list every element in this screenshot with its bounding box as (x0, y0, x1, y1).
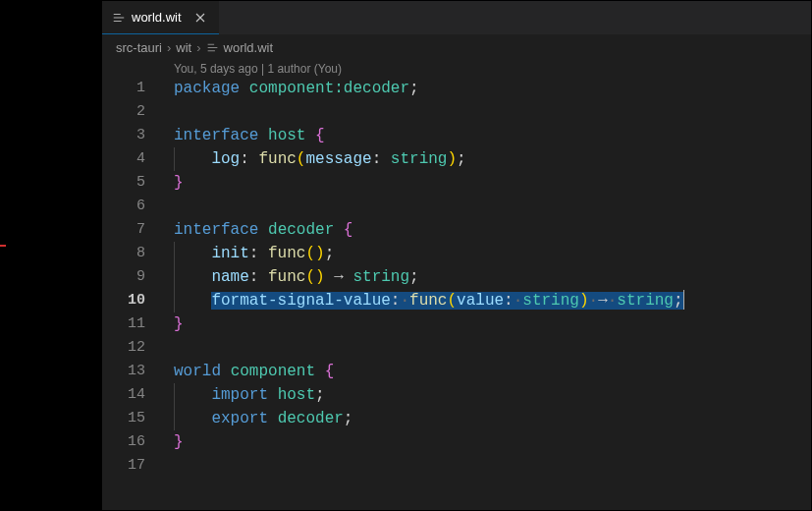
tab-label: world.wit (132, 10, 182, 25)
tab-world-wit[interactable]: world.wit (102, 1, 219, 34)
line-number: 15 (102, 407, 145, 430)
code-line[interactable]: format-signal-value:·func(value:·string)… (163, 289, 811, 312)
tab-bar: world.wit (102, 1, 811, 35)
code-line[interactable]: interface host { (163, 124, 811, 147)
line-number: 2 (102, 100, 145, 124)
text-cursor (683, 290, 684, 310)
code-lens[interactable]: You, 5 days ago | 1 author (You) (102, 59, 811, 77)
code-line[interactable]: import host; (163, 383, 811, 407)
file-icon (206, 41, 219, 54)
code-line[interactable]: export decoder; (163, 407, 811, 430)
line-number: 13 (102, 360, 145, 383)
breadcrumb-item[interactable]: wit (176, 40, 191, 55)
code-line[interactable]: package component:decoder; (163, 77, 811, 100)
close-icon[interactable] (191, 9, 209, 27)
line-number: 8 (102, 242, 145, 265)
code-line[interactable]: interface decoder { (163, 218, 811, 242)
line-number: 11 (102, 312, 145, 336)
line-number: 10 (102, 289, 145, 312)
line-number: 12 (102, 336, 145, 360)
line-number: 4 (102, 147, 145, 171)
line-number: 1 (102, 77, 145, 100)
file-icon (112, 11, 126, 25)
chevron-right-icon: › (166, 40, 172, 55)
line-number: 7 (102, 218, 145, 242)
line-number: 16 (102, 430, 145, 454)
line-number-gutter: 1 2 3 4 5 6 7 8 9 10 11 12 13 14 15 16 1… (102, 77, 163, 510)
code-content[interactable]: package component:decoder; interface hos… (163, 77, 811, 510)
code-line[interactable]: name: func() → string; (163, 265, 811, 289)
code-line[interactable] (163, 336, 811, 360)
red-marker (0, 245, 6, 247)
editor-pane: world.wit src-tauri › wit › world.wit Yo… (101, 0, 812, 511)
code-line[interactable] (163, 195, 811, 218)
line-number: 6 (102, 195, 145, 218)
line-number: 3 (102, 124, 145, 147)
breadcrumb-item[interactable]: src-tauri (116, 40, 162, 55)
code-line[interactable]: } (163, 312, 811, 336)
code-line[interactable]: } (163, 171, 811, 195)
line-number: 14 (102, 383, 145, 407)
line-number: 9 (102, 265, 145, 289)
code-line[interactable]: } (163, 430, 811, 454)
breadcrumb-item[interactable]: world.wit (206, 40, 274, 55)
code-line[interactable]: log: func(message: string); (163, 147, 811, 171)
breadcrumb[interactable]: src-tauri › wit › world.wit (102, 35, 811, 59)
line-number: 5 (102, 171, 145, 195)
line-number: 17 (102, 454, 145, 478)
code-line[interactable] (163, 454, 811, 478)
chevron-right-icon: › (195, 40, 201, 55)
code-line[interactable]: init: func(); (163, 242, 811, 265)
outer-margin (0, 0, 101, 511)
code-line[interactable] (163, 100, 811, 124)
code-line[interactable]: world component { (163, 360, 811, 383)
